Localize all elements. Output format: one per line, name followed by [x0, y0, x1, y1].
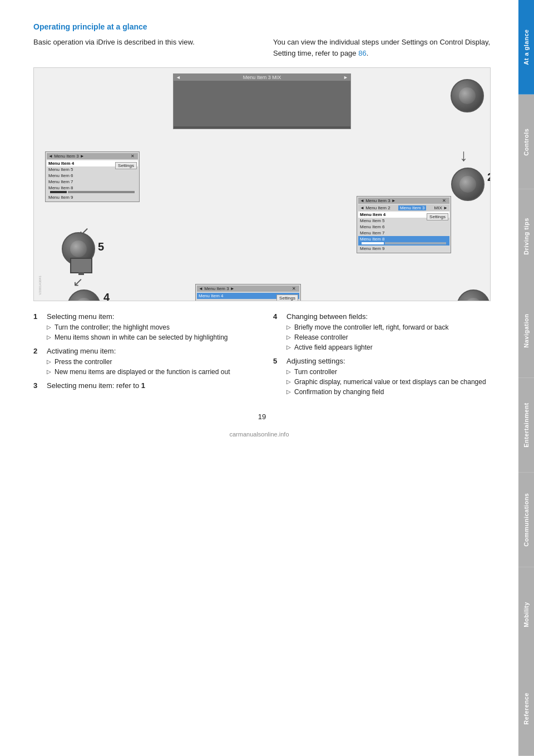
progress-bar-left	[50, 191, 135, 193]
instr-item-2: 2 Activating menu item: Press the contro…	[33, 347, 251, 377]
instr-item-3: 3 Selecting menu item: refer to 1	[33, 381, 251, 390]
monitor-icon	[70, 258, 92, 273]
main-content: Operating principle at a glance Basic op…	[0, 0, 518, 443]
settings-label-left: Settings	[115, 162, 137, 169]
arrow-bottom-left: ↙	[73, 275, 92, 289]
instr-num-4: 4	[273, 312, 282, 321]
instr-bullet-5-2: Graphic display, numerical value or text…	[286, 377, 491, 387]
knob-4	[67, 289, 101, 301]
knob-5-inner	[70, 240, 87, 257]
knob-3-inner	[465, 298, 482, 301]
instr-bullets-4: Briefly move the controller left, right,…	[286, 322, 491, 352]
instr-num-5: 5	[273, 357, 282, 365]
section-heading: Operating principle at a glance	[33, 22, 491, 31]
page-ref-link[interactable]: 86	[358, 49, 366, 57]
label-4: 4	[103, 291, 110, 301]
intro-left: Basic operation via iDrive is described …	[33, 37, 251, 58]
menu-item-6-left: Menu Item 6	[47, 173, 138, 179]
intro-left-text: Basic operation via iDrive is described …	[33, 38, 195, 46]
sidebar-tab-driving-tips[interactable]: Driving tips	[518, 189, 534, 284]
instr-body-1: Selecting menu item: Turn the controller…	[47, 312, 251, 342]
sidebar-tab-entertainment[interactable]: Entertainment	[518, 378, 534, 473]
intro-right-text: You can view the individual steps under …	[273, 38, 490, 57]
knob-1	[451, 79, 484, 112]
sidebar-tab-reference[interactable]: Reference	[518, 661, 534, 756]
instr-num-1: 1	[33, 312, 42, 321]
instr-bullet-5-3: Confirmation by changing field	[286, 387, 491, 397]
menu-item-6-right: Menu Item 6	[358, 224, 449, 230]
sidebar-tab-at-a-glance[interactable]: At a glance	[518, 0, 534, 95]
instr-bullets-5: Turn controller Graphic display, numeric…	[286, 367, 491, 397]
right-menu-panel: ◄ Menu Item 3 ►✕ ◄ Menu Item 2Menu Item …	[357, 196, 457, 253]
settings-label-bottom: Settings	[276, 294, 298, 301]
instr-num-2: 2	[33, 347, 42, 355]
sidebar-tab-communications[interactable]: Communications	[518, 473, 534, 567]
instructions: 1 Selecting menu item: Turn the controll…	[33, 312, 491, 401]
instr-bullets-1: Turn the controller; the highlight moves…	[47, 322, 251, 342]
knob-3	[457, 289, 490, 301]
instr-bullet-5-1: Turn controller	[286, 367, 491, 377]
instr-body-3: Selecting menu item: refer to 1	[47, 381, 251, 390]
settings-label-right: Settings	[427, 213, 448, 220]
instr-bullet-1-1: Turn the controller; the highlight moves	[47, 322, 251, 332]
top-screen: ◄Menu Item 3 MIX►	[173, 73, 351, 129]
instr-bullet-4-2: Release controller	[286, 332, 491, 342]
instr-bullet-4-1: Briefly move the controller left, right,…	[286, 322, 491, 332]
menu-item-8-right: Menu Item 8	[358, 236, 449, 246]
right-middle: ↓ 2	[451, 146, 468, 165]
menu-title-left: ◄ Menu Item 3 ►✕	[47, 153, 138, 159]
instr-bullet-2-1: Press the controller	[47, 357, 251, 367]
menu-panel-left: ◄ Menu Item 3 ►✕ Menu Item 4 Settings Me…	[45, 151, 140, 202]
instr-body-4: Changing between fields: Briefly move th…	[286, 312, 491, 352]
top-screen-titlebar: ◄Menu Item 3 MIX►	[174, 74, 350, 81]
instr-title-5: Adjusting settings:	[286, 357, 345, 365]
progress-bar-right	[362, 242, 446, 244]
intro-right: You can view the individual steps under …	[273, 37, 491, 58]
bottom-left-knob: ↙ 4	[67, 258, 92, 289]
sidebar-tab-controls[interactable]: Controls	[518, 95, 534, 189]
arrow-down-right: ↓	[459, 146, 468, 165]
page-number: 19	[33, 413, 491, 421]
sidebar-tab-mobility[interactable]: Mobility	[518, 567, 534, 662]
instr-title-2: Activating menu item:	[47, 347, 116, 355]
menu-panel-right: ◄ Menu Item 3 ►✕ ◄ Menu Item 2Menu Item …	[357, 196, 451, 253]
footer: carmanualsonline.info	[229, 431, 289, 438]
top-screen-box: ◄Menu Item 3 MIX►	[173, 73, 351, 129]
instr-item-5: 5 Adjusting settings: Turn controller Gr…	[273, 357, 491, 397]
instr-item-4: 4 Changing between fields: Briefly move …	[273, 312, 491, 352]
menu-panel-bottom: ◄ Menu Item 3 ►✕ Menu Item 4 Settings Me…	[195, 284, 301, 301]
instr-body-2: Activating menu item: Press the controll…	[47, 347, 251, 377]
diagram-container: ◄Menu Item 3 MIX► 1 ◄ Menu Item 3 ►✕	[33, 67, 491, 301]
instr-title-4: Changing between fields:	[286, 312, 368, 321]
sidebar-tab-navigation[interactable]: Navigation	[518, 283, 534, 378]
instructions-right-col: 4 Changing between fields: Briefly move …	[273, 312, 491, 401]
page-ref-suffix: .	[367, 49, 369, 57]
watermark: V2001A3041	[38, 276, 42, 295]
menu-item-7-left: Menu Item 7	[47, 179, 138, 185]
menu-item-9-right: Menu Item 9	[358, 246, 449, 252]
instr-bullet-1-2: Menu items shown in white can be selecte…	[47, 332, 251, 342]
label-5: 5	[98, 240, 104, 253]
knob-1-inner	[459, 87, 476, 104]
instr-body-5: Adjusting settings: Turn controller Grap…	[286, 357, 491, 397]
instructions-left-col: 1 Selecting menu item: Turn the controll…	[33, 312, 251, 401]
top-screen-content	[174, 81, 350, 126]
knob-4-inner	[76, 298, 92, 301]
instr-bullet-2-2: New menu items are displayed or the func…	[47, 367, 251, 377]
knob-1-container: 1	[451, 79, 457, 92]
intro-row: Basic operation via iDrive is described …	[33, 37, 491, 58]
instr-item-1: 1 Selecting menu item: Turn the controll…	[33, 312, 251, 342]
sidebar: At a glance Controls Driving tips Naviga…	[518, 0, 534, 756]
diagram-inner: ◄Menu Item 3 MIX► 1 ◄ Menu Item 3 ►✕	[34, 68, 490, 301]
instr-bullets-2: Press the controller New menu items are …	[47, 357, 251, 377]
knob-2-inner	[459, 176, 476, 193]
menu-right-header: ◄ Menu Item 2Menu Item 3MIX ►	[358, 205, 449, 211]
instr-title-3: Selecting menu item: refer to 1	[47, 381, 145, 390]
menu-title-right: ◄ Menu Item 3 ►✕	[358, 198, 449, 204]
label-2: 2	[487, 171, 491, 184]
instr-title-1: Selecting menu item:	[47, 312, 114, 321]
menu-item-7-right: Menu Item 7	[358, 230, 449, 236]
menu-item-9-left: Menu Item 9	[47, 194, 138, 200]
instr-num-3: 3	[33, 381, 42, 390]
menu-item-8-left: Menu Item 8	[47, 185, 138, 194]
